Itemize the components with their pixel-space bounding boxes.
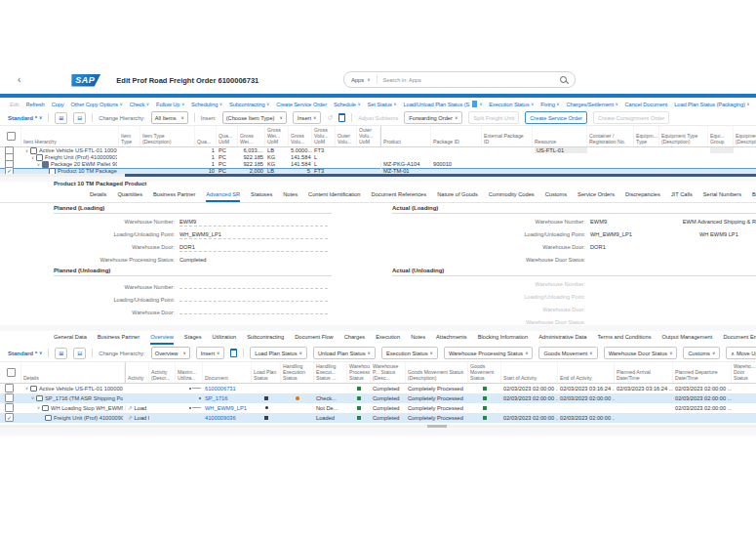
button-insert[interactable]: Insert∨ [293,111,322,124]
tab-nature-of-goods[interactable]: Nature of Goods [437,191,478,202]
tab-blocking-information[interactable]: Blocking Information [478,334,529,345]
button-unload-plan-status[interactable]: Unload Plan Status∨ [313,347,376,359]
delete-icon[interactable] [338,113,345,122]
tab-details[interactable]: Details [90,191,106,202]
document-link[interactable]: WH_EWM9_LP1 [205,405,247,411]
search-input[interactable]: Search in: Apps [383,77,421,83]
tab-notes[interactable]: Notes [283,191,298,202]
tab-attachments[interactable]: Attachments [436,334,467,345]
expand-toggle-icon[interactable]: ∨ [37,405,40,410]
tab-quantities[interactable]: Quantities [117,191,142,202]
button-warehouse-processing-status[interactable]: Warehouse Processing Status∨ [444,347,534,359]
tab-charges[interactable]: Charges [344,334,366,345]
menu-item-other-copy-options[interactable]: Other Copy Options∨ [71,102,123,107]
collapse-all-icon[interactable]: ⊟ [73,348,86,359]
hierarchy-link[interactable]: WH Loading Stop WH_EWM9_LP1 / EW [51,405,123,411]
tab-business-partner[interactable]: Business Partner [153,191,195,202]
collapse-all-icon[interactable]: ⊟ [73,112,86,124]
change-hierarchy-select[interactable]: All Items∨ [151,111,188,124]
table-row[interactable]: ∨Freight Unit (Prof) 41000090361PC922.18… [0,154,756,161]
button-customs[interactable]: Customs∨ [683,347,720,359]
back-icon[interactable]: ‹ [18,75,20,85]
expand-toggle-icon[interactable]: ∨ [37,162,40,167]
button-load-plan-status[interactable]: Load Plan Status∨ [250,347,307,359]
menu-item-copy[interactable]: Copy [52,102,64,107]
hierarchy-link[interactable]: Freight Unit (Prof) 4100009036 [54,415,123,421]
menu-item-refresh[interactable]: Refresh [25,102,44,107]
field-value[interactable]: EWM9 [179,219,328,227]
delete-icon[interactable] [230,349,237,357]
expand-toggle-icon[interactable]: ∨ [31,395,34,400]
hierarchy-link[interactable]: Active Vehicle US-FTL-01 1000000 [39,147,117,153]
field-value[interactable] [179,307,328,314]
row-checkbox[interactable] [5,393,14,402]
tab-administrative-data[interactable]: Administrative Data [538,334,586,345]
hierarchy-link[interactable]: Freight Unit (Prof) 4100009036 [45,154,117,160]
hierarchy-link[interactable]: Active Vehicle US-FTL-01 1000000 [39,386,123,392]
change-hierarchy-select[interactable]: Overview∨ [151,347,190,359]
button-move-up[interactable]: ∧Move Up [726,347,756,359]
menu-item-load-unload-plan-status-s[interactable]: Load/Unload Plan Status (S∨ [404,101,483,107]
button-create-service-order[interactable]: Create Service Order [525,111,587,124]
button-execution-status[interactable]: Execution Status∨ [381,347,438,359]
select-all-checkbox[interactable] [7,132,16,141]
document-link[interactable]: 6100006731 [205,386,236,392]
tab-document-flow[interactable]: Document Flow [295,334,334,345]
menu-item-cancel-document[interactable]: Cancel Document [625,102,668,107]
menu-item-fixing[interactable]: Fixing∨ [540,102,559,107]
button-warehouse-door-status[interactable]: Warehouse Door Status∨ [604,347,678,359]
tab-terms-and-conditions[interactable]: Terms and Conditions [598,334,652,345]
row-checkbox[interactable] [5,403,14,412]
field-value[interactable] [179,294,328,302]
insert-type-select[interactable]: (Choose Item Type)∨ [222,111,287,124]
apps-scope-select[interactable]: Apps∨ [351,77,371,83]
tab-execution[interactable]: Execution [376,334,400,345]
tab-advanced-sr[interactable]: Advanced SR [206,191,240,202]
tab-content-identification[interactable]: Content Identification [308,191,360,202]
tab-service-orders[interactable]: Service Orders [577,191,615,202]
tab-serial-numbers[interactable]: Serial Numbers [703,191,741,202]
tab-notes[interactable]: Notes [411,334,425,345]
tab-statuses[interactable]: Statuses [251,191,272,202]
tab-output-management[interactable]: Output Management [662,334,713,345]
search-icon[interactable] [560,76,567,83]
table-row[interactable]: ∨Package 20 EWM Pallet 9000101PC922.185K… [0,161,756,168]
field-value[interactable]: WH_EWM9_LP1 [179,231,328,239]
expand-all-icon[interactable]: ⊞ [55,348,67,359]
tab-jit-calls[interactable]: JIT Calls [671,191,693,202]
tab-overview[interactable]: Overview [150,334,174,345]
tab-business-partner[interactable]: Business Partner [98,334,139,345]
expand-all-icon[interactable]: ⊞ [55,112,67,124]
menu-item-check[interactable]: Check∨ [130,102,149,107]
tab-discrepancies[interactable]: Discrepancies [625,191,660,202]
expand-toggle-icon[interactable]: ∨ [25,148,28,153]
menu-item-follow-up[interactable]: Follow Up∨ [156,102,184,107]
button-insert[interactable]: Insert∨ [196,347,225,359]
tab-customs[interactable]: Customs [545,191,567,202]
tab-subcontracting[interactable]: Subcontracting [247,334,284,345]
view-selector[interactable]: Standard *∨ [8,115,42,121]
menu-item-subcontracting[interactable]: Subcontracting∨ [229,102,269,107]
field-value[interactable]: DOR1 [179,244,328,252]
hierarchy-link[interactable]: SP_1716 (TM ASR Shipping Point 1716 / 1 [45,395,123,401]
view-selector[interactable]: Standard *∨ [8,351,42,356]
expand-toggle-icon[interactable]: ∨ [25,386,28,391]
menu-item-set-status[interactable]: Set Status∨ [368,102,397,107]
row-checkbox[interactable] [5,384,14,392]
tab-general-data[interactable]: General Data [54,334,87,345]
field-value[interactable] [179,281,328,289]
tab-batches[interactable]: Batches [752,191,756,202]
resource-field[interactable]: US-FTL-01 [535,147,587,153]
table-row[interactable]: ∨Active Vehicle US-FTL-01 10000001PC6,03… [0,147,756,154]
menu-item-scheduling[interactable]: Scheduling∨ [191,102,222,107]
tab-commodity-codes[interactable]: Commodity Codes [489,191,535,202]
tab-stages[interactable]: Stages [184,334,202,345]
document-link[interactable]: 4100009036 [205,415,236,421]
table-row[interactable]: ∨WH Loading Stop WH_EWM9_LP1 / EW↗LoadWH… [0,403,756,413]
button-goods-movement[interactable]: Goods Movement∨ [538,347,597,359]
table-row[interactable]: Freight Unit (Prof) 4100009036↗Load I...… [0,413,756,423]
menu-item-load-plan-status-packaging-[interactable]: Load Plan Status (Packaging)∨ [674,102,749,107]
menu-item-schedule[interactable]: Schedule∨ [334,102,361,107]
select-all-checkbox[interactable] [7,368,16,377]
menu-item-charges-settlement[interactable]: Charges/Settlement∨ [566,102,617,107]
